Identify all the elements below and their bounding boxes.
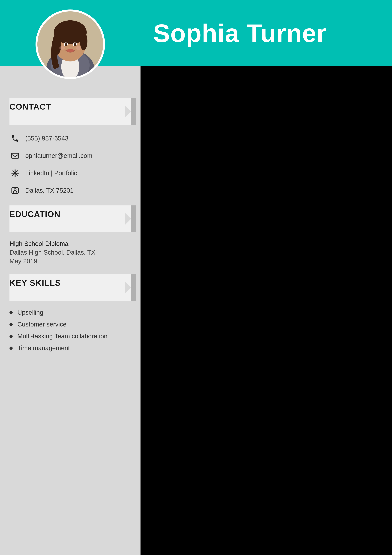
svg-point-8 [80, 32, 87, 50]
skill-item-4: Time management [9, 344, 131, 352]
svg-point-12 [74, 43, 76, 46]
contact-email: ophiaturner@email.com [9, 150, 131, 161]
contact-linkedin: LinkedIn | Portfolio [9, 168, 131, 179]
skill-bullet-1 [9, 311, 13, 314]
svg-point-11 [65, 43, 67, 46]
contact-section: CONTACT (555) 987-6543 [9, 98, 131, 196]
contact-title: CONTACT [9, 102, 131, 115]
candidate-name: Sophia Turner [153, 19, 327, 48]
sidebar-header [0, 0, 141, 66]
skill-bullet-2 [9, 323, 13, 326]
skill-text-4: Time management [17, 344, 70, 352]
main-body [141, 66, 392, 555]
skill-item-2: Customer service [9, 321, 131, 328]
skills-section-header: KEY SKILLS [9, 274, 131, 301]
contact-phone: (555) 987-6543 [9, 133, 131, 144]
main-header: Sophia Turner [141, 0, 392, 66]
skill-item-3: Multi-tasking Team collaboration [9, 333, 131, 340]
sidebar: CONTACT (555) 987-6543 [0, 0, 141, 555]
education-title: EDUCATION [9, 209, 131, 222]
main-content: Sophia Turner [141, 0, 392, 555]
email-text: ophiaturner@email.com [25, 152, 92, 159]
email-icon [9, 150, 21, 161]
education-section: EDUCATION High School Diploma Dallas Hig… [9, 205, 131, 265]
contact-address: Dallas, TX 75201 [9, 185, 131, 196]
sidebar-content: CONTACT (555) 987-6543 [0, 92, 141, 555]
section-tab [131, 98, 136, 125]
resume-container: CONTACT (555) 987-6543 [0, 0, 392, 555]
svg-point-15 [76, 46, 81, 50]
education-section-header: EDUCATION [9, 205, 131, 232]
education-degree: High School Diploma [9, 240, 131, 247]
education-date: May 2019 [9, 258, 131, 265]
svg-point-14 [59, 46, 65, 50]
avatar [36, 9, 105, 79]
linkedin-text: LinkedIn | Portfolio [25, 169, 78, 177]
svg-rect-16 [11, 153, 19, 158]
skill-item-1: Upselling [9, 309, 131, 316]
skill-bullet-3 [9, 335, 13, 338]
section-tab-skills [131, 274, 136, 301]
section-tab-edu [131, 205, 136, 232]
address-text: Dallas, TX 75201 [25, 187, 74, 194]
phone-icon [9, 133, 21, 144]
skill-text-2: Customer service [17, 321, 66, 328]
phone-text: (555) 987-6543 [25, 135, 69, 142]
skill-bullet-4 [9, 347, 13, 350]
contact-section-header: CONTACT [9, 98, 131, 125]
location-icon [9, 185, 21, 196]
svg-point-13 [66, 49, 74, 52]
link-icon [9, 168, 21, 179]
skill-text-3: Multi-tasking Team collaboration [17, 333, 107, 340]
skills-section: KEY SKILLS Upselling Customer service Mu… [9, 274, 131, 352]
skill-text-1: Upselling [17, 309, 43, 316]
skills-title: KEY SKILLS [9, 278, 131, 291]
education-school: Dallas High School, Dallas, TX [9, 249, 131, 256]
